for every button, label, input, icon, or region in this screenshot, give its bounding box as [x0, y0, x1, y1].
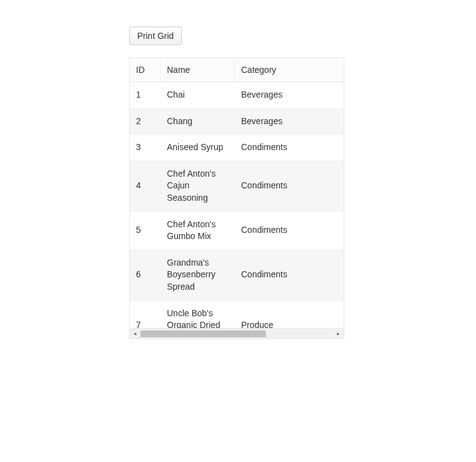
cell-id: 1: [130, 82, 161, 108]
cell-id: 2: [130, 109, 161, 135]
cell-category: Condiments: [235, 135, 333, 161]
cell-name: Uncle Bob's Organic Dried Pears: [161, 301, 235, 328]
cell-name: Aniseed Syrup: [161, 135, 235, 161]
table-row[interactable]: 7 Uncle Bob's Organic Dried Pears Produc…: [130, 301, 344, 328]
scroll-right-icon[interactable]: ▸: [333, 329, 344, 339]
column-header-category[interactable]: Category: [235, 58, 333, 82]
cell-category: Beverages: [235, 82, 333, 108]
cell-id: 5: [130, 212, 161, 250]
table-row[interactable]: 6 Grandma's Boysenberry Spread Condiment…: [130, 250, 344, 301]
table-row[interactable]: 2 Chang Beverages: [130, 109, 344, 135]
table-row[interactable]: 4 Chef Anton's Cajun Seasoning Condiment…: [130, 161, 344, 212]
cell-name: Chang: [161, 109, 235, 135]
cell-id: 6: [130, 250, 161, 300]
cell-id: 7: [130, 301, 161, 328]
print-grid-button[interactable]: Print Grid: [129, 27, 182, 45]
cell-id: 4: [130, 161, 161, 211]
cell-name: Chef Anton's Cajun Seasoning: [161, 161, 235, 211]
cell-name: Chai: [161, 82, 235, 108]
column-header-id[interactable]: ID: [130, 58, 161, 82]
cell-category: Condiments: [235, 161, 333, 211]
cell-name: Grandma's Boysenberry Spread: [161, 250, 235, 300]
cell-category: Condiments: [235, 250, 333, 300]
cell-name: Chef Anton's Gumbo Mix: [161, 212, 235, 250]
grid-body[interactable]: 1 Chai Beverages 2 Chang Beverages 3 Ani…: [130, 82, 344, 328]
scroll-track[interactable]: [140, 329, 333, 339]
scroll-thumb[interactable]: [140, 330, 266, 337]
horizontal-scrollbar[interactable]: ◂ ▸: [130, 328, 344, 338]
cell-category: Condiments: [235, 212, 333, 250]
column-header-name[interactable]: Name: [161, 58, 235, 82]
grid-header-row: ID Name Category: [130, 58, 344, 82]
cell-category: Produce: [235, 301, 333, 328]
table-row[interactable]: 3 Aniseed Syrup Condiments: [130, 135, 344, 161]
cell-category: Beverages: [235, 109, 333, 135]
table-row[interactable]: 1 Chai Beverages: [130, 82, 344, 109]
table-row[interactable]: 5 Chef Anton's Gumbo Mix Condiments: [130, 212, 344, 250]
data-grid: ID Name Category 1 Chai Beverages 2 Chan…: [129, 57, 344, 339]
cell-id: 3: [130, 135, 161, 161]
scroll-left-icon[interactable]: ◂: [130, 329, 140, 339]
